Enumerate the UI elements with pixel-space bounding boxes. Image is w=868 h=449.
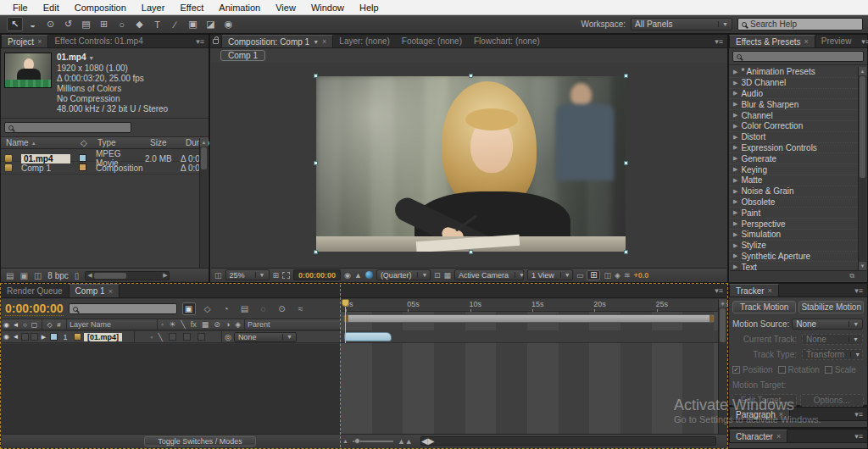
bit-depth[interactable]: 8 bpc [47, 271, 68, 280]
composition-viewer[interactable] [211, 63, 726, 268]
type-tool[interactable]: T [149, 17, 165, 31]
close-icon[interactable]: × [804, 37, 809, 46]
viewer-tab[interactable]: Footage: (none) ▼ × [396, 35, 468, 47]
camera-dropdown[interactable]: Active Camera ▼ [454, 269, 524, 280]
label-column-icon[interactable]: ◇ [45, 321, 54, 329]
expand-arrow-icon[interactable]: ▶ [39, 334, 48, 341]
effect-category[interactable]: ▶ Audio [730, 89, 858, 100]
effect-category[interactable]: ▶ Perspective [730, 219, 858, 230]
viewer-tab[interactable]: Flowchart: (none) ▼ × [468, 35, 546, 47]
lock-views-icon[interactable]: ⊞ [587, 270, 600, 280]
timeline-search[interactable] [69, 303, 177, 314]
effects-scrollbar[interactable]: ▲ ▼ [858, 67, 866, 270]
project-search[interactable] [4, 122, 131, 133]
eye-icon[interactable]: ◉ [2, 321, 11, 329]
scroll-up-icon[interactable]: ▲ [200, 138, 208, 147]
panel-menu-icon[interactable]: ▾≡ [850, 430, 867, 442]
viewer-timecode[interactable]: 0:00:00:00 [293, 269, 341, 280]
expand-arrow-icon[interactable]: ▶ [733, 112, 737, 119]
region-of-interest-icon[interactable] [282, 272, 290, 279]
tab-render-queue[interactable]: Render Queue [1, 284, 69, 297]
layer-row[interactable]: ◉ ◄ ▶ 1 [01.mp4] ◦ ╲ ◎ None ▼ [2, 331, 340, 343]
effect-category[interactable]: ▶ 3D Channel [730, 78, 858, 89]
adjustment-icon[interactable]: ◑ [225, 320, 230, 329]
expand-arrow-icon[interactable]: ▶ [733, 123, 737, 130]
unified-camera-tool[interactable]: ▤ [78, 17, 94, 31]
expand-arrow-icon[interactable]: ▶ [733, 144, 737, 151]
time-graph-area[interactable]: 0s05s10s15s20s25s30s [341, 299, 718, 434]
current-time-display[interactable]: 0:00:00:00 [5, 302, 64, 316]
effect-category[interactable]: ▶ Generate [730, 153, 858, 164]
eye-icon[interactable]: ◉ [2, 333, 11, 341]
solo-icon[interactable]: ○ [20, 321, 30, 329]
help-search[interactable] [737, 18, 863, 30]
table-row[interactable]: Comp 1 Composition Δ 0:00 [1, 162, 209, 175]
selection-handle[interactable] [624, 250, 628, 254]
close-icon[interactable]: × [776, 432, 781, 441]
chevron-down-icon[interactable]: ▼ [88, 55, 94, 61]
work-area-bar[interactable] [343, 314, 715, 323]
menu-item[interactable]: Effect [172, 3, 211, 13]
view-layout-dropdown[interactable]: 1 View ▼ [527, 269, 573, 280]
scroll-left-icon[interactable]: ◀ [86, 272, 93, 279]
mini-flowchart-icon[interactable]: ▣ [182, 302, 196, 315]
tracker-checkbox[interactable]: ✓ Scale [825, 365, 856, 374]
project-scrollbar[interactable]: ▲ [199, 138, 208, 269]
selection-handle[interactable] [469, 250, 473, 254]
effects-search[interactable] [732, 51, 864, 62]
zoom-in-icon[interactable]: ▲▲ [398, 437, 413, 446]
menu-item[interactable]: Window [303, 3, 352, 13]
scroll-down-icon[interactable]: ▼ [859, 262, 866, 270]
label-swatch[interactable] [79, 164, 86, 171]
viewer-tab[interactable]: Composition: Comp 1 ▼ × [221, 35, 333, 47]
menu-item[interactable]: File [5, 3, 36, 13]
quality-toggle[interactable]: ╲ [158, 333, 162, 341]
zoom-slider[interactable] [353, 441, 393, 442]
label-swatch[interactable] [79, 154, 86, 162]
toggle-switches-modes-button[interactable]: Toggle Switches / Modes [144, 436, 256, 446]
expand-arrow-icon[interactable]: ▶ [733, 231, 737, 238]
expand-arrow-icon[interactable]: ▶ [733, 242, 737, 249]
viewer-tab[interactable]: Layer: (none) ▼ × [333, 35, 395, 47]
current-time-indicator[interactable] [342, 299, 349, 343]
panel-menu-icon[interactable]: ▾≡ [850, 284, 867, 297]
rotation-tool[interactable]: ↺ [60, 17, 76, 31]
trash-icon[interactable]: ▯ [75, 271, 80, 280]
expand-arrow-icon[interactable]: ▶ [733, 263, 737, 270]
graph-editor-icon[interactable]: ≈ [294, 302, 308, 315]
pan-behind-tool[interactable]: ⊞ [96, 17, 112, 31]
layer-duration-bar[interactable] [344, 332, 392, 341]
lock-icon[interactable] [213, 39, 219, 44]
zoom-tool[interactable]: ⊙ [42, 17, 58, 31]
expand-arrow-icon[interactable]: ▶ [733, 101, 737, 108]
safe-margins-icon[interactable]: ⊞ [273, 271, 280, 280]
options-button[interactable]: Options... [800, 394, 865, 407]
effect-category[interactable]: ▶ Blur & Sharpen [730, 99, 858, 110]
panel-menu-icon[interactable]: ▾≡ [710, 284, 727, 297]
pickwhip-icon[interactable]: ◎ [225, 333, 231, 341]
effect-category[interactable]: ▶ Paint [730, 208, 858, 219]
parent-column[interactable]: Parent [248, 320, 270, 329]
motion-blur-icon[interactable]: ◌ [257, 302, 270, 315]
always-preview-icon[interactable]: ◫ [214, 271, 222, 280]
mini-flowchart-icon[interactable]: ◫ [604, 271, 611, 280]
tab-effects-presets[interactable]: Effects & Presets × [729, 35, 815, 47]
expand-arrow-icon[interactable]: ▶ [733, 134, 737, 141]
draft-3d-icon[interactable]: ◇ [201, 302, 214, 315]
column-size[interactable]: Size [150, 138, 186, 147]
effect-category[interactable]: ▶ Stylize [730, 241, 858, 252]
expand-arrow-icon[interactable]: ▶ [733, 90, 737, 97]
solo-toggle[interactable] [21, 333, 29, 341]
scroll-up-icon[interactable]: ▲ [859, 67, 866, 75]
interpret-footage-icon[interactable]: ▤ [6, 271, 14, 280]
comp-footage-image[interactable] [316, 76, 626, 252]
effect-category[interactable]: ▶ Expression Controls [730, 143, 858, 154]
3d-icon[interactable]: ◈ [235, 320, 241, 329]
new-composition-icon[interactable]: ◫ [34, 271, 42, 280]
panel-menu-icon[interactable]: ▾≡ [857, 35, 868, 47]
eraser-tool[interactable]: ◪ [203, 17, 219, 31]
transparency-grid-icon[interactable]: ▦ [443, 271, 451, 280]
menu-item[interactable]: Animation [211, 3, 268, 13]
expand-arrow-icon[interactable]: ▶ [733, 220, 737, 227]
track-motion-button[interactable]: Track Motion [732, 301, 796, 313]
